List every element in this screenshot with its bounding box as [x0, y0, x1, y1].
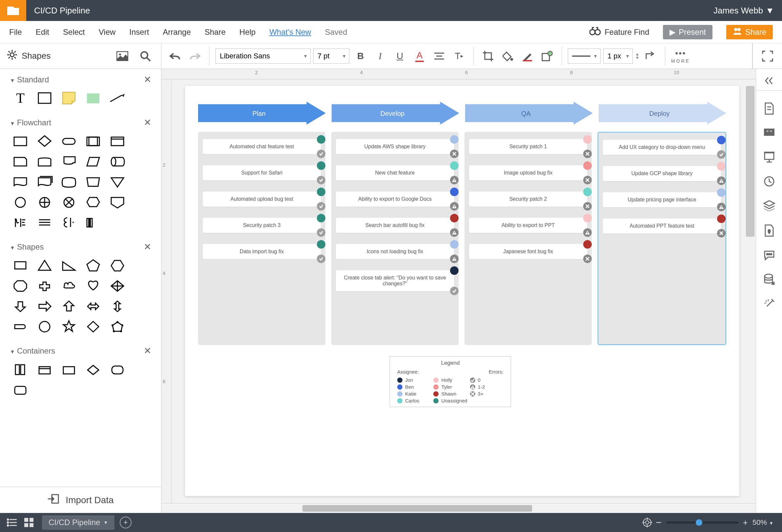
basic-shape[interactable]: [34, 277, 55, 294]
line-style-select[interactable]: [568, 48, 601, 64]
close-icon[interactable]: ✕: [144, 345, 151, 356]
basic-shape[interactable]: [59, 277, 79, 294]
menu-help[interactable]: Help: [240, 28, 255, 37]
flowchart-shape[interactable]: [34, 173, 55, 190]
image-icon[interactable]: [114, 47, 131, 65]
flowchart-shape[interactable]: [83, 173, 104, 190]
kanban-column[interactable]: Automated chat feature test Support for …: [198, 132, 325, 345]
chevron-down-icon[interactable]: ▼: [10, 121, 15, 126]
line-width-select[interactable]: 1 px: [603, 48, 633, 64]
basic-shape[interactable]: [34, 297, 55, 315]
bold-button[interactable]: B: [352, 47, 369, 65]
line-tool[interactable]: [107, 90, 128, 107]
basic-shape[interactable]: [34, 257, 55, 274]
line-routing-button[interactable]: [642, 47, 659, 65]
font-select[interactable]: Liberation Sans: [215, 48, 311, 64]
add-page-button[interactable]: +: [120, 517, 132, 528]
kanban-card[interactable]: Update GCP shape library: [603, 166, 721, 181]
kanban-card[interactable]: Security patch 2: [469, 191, 587, 207]
flowchart-shape[interactable]: [107, 193, 128, 211]
flowchart-shape[interactable]: [34, 153, 55, 170]
fullscreen-button[interactable]: [752, 43, 782, 69]
crop-button[interactable]: [479, 47, 497, 65]
flowchart-shape[interactable]: [59, 173, 79, 190]
basic-shape[interactable]: [59, 257, 79, 274]
stage-arrow[interactable]: Plan: [198, 102, 326, 125]
align-button[interactable]: [431, 47, 448, 65]
basic-shape[interactable]: [107, 297, 128, 315]
kanban-card[interactable]: Search bar autofill bug fix: [336, 218, 454, 233]
menu-select[interactable]: Select: [63, 28, 85, 37]
zoom-out-button[interactable]: −: [656, 517, 662, 528]
share-button[interactable]: Share: [726, 25, 773, 39]
target-icon[interactable]: [639, 514, 656, 531]
kanban-card[interactable]: Data import bug fix: [203, 244, 321, 259]
document-icon[interactable]: [764, 102, 775, 116]
layers-icon[interactable]: [763, 200, 775, 213]
flowchart-shape[interactable]: [59, 153, 79, 170]
flowchart-shape[interactable]: [83, 153, 104, 170]
page-tab[interactable]: CI/CD Pipeline▼: [42, 515, 114, 530]
container-shape[interactable]: [83, 361, 104, 378]
section-standard-label[interactable]: Standard: [17, 75, 49, 84]
flowchart-shape[interactable]: [107, 153, 128, 170]
vertical-scrollbar[interactable]: [746, 86, 754, 237]
menu-insert[interactable]: Insert: [129, 28, 149, 37]
shape-style-button[interactable]: [539, 47, 556, 65]
kanban-card[interactable]: Add UX category to drop-down menu: [603, 140, 721, 155]
underline-button[interactable]: U: [391, 47, 408, 65]
kanban-card[interactable]: New chat feature: [336, 165, 454, 180]
menu-view[interactable]: View: [99, 28, 116, 37]
basic-shape[interactable]: [83, 297, 104, 315]
flowchart-shape[interactable]: [10, 193, 31, 211]
import-data-button[interactable]: Import Data: [0, 487, 161, 513]
horizontal-scrollbar[interactable]: [162, 503, 756, 513]
close-icon[interactable]: ✕: [144, 241, 151, 252]
magic-icon[interactable]: [763, 298, 775, 311]
container-shape[interactable]: [34, 361, 55, 378]
flowchart-shape[interactable]: [34, 193, 55, 211]
container-shape[interactable]: [107, 361, 128, 378]
logo[interactable]: [0, 0, 26, 21]
flowchart-shape[interactable]: [34, 133, 55, 149]
flowchart-shape[interactable]: [10, 133, 31, 149]
more-button[interactable]: •••MORE: [671, 48, 690, 64]
canvas[interactable]: Plan Develop QA Deploy Automated chat fe…: [172, 79, 756, 503]
basic-shape[interactable]: [10, 257, 31, 274]
flowchart-shape[interactable]: [83, 214, 104, 231]
flowchart-shape[interactable]: [10, 214, 31, 231]
data-icon[interactable]: [763, 274, 775, 287]
flowchart-shape[interactable]: [83, 193, 104, 211]
kanban-card[interactable]: Image upload bug fix: [469, 165, 587, 180]
rect-tool[interactable]: [34, 90, 55, 107]
kanban-column[interactable]: Update AWS shape library New chat featur…: [331, 132, 459, 345]
present-button[interactable]: ▶Present: [663, 25, 712, 39]
section-containers-label[interactable]: Containers: [17, 346, 55, 355]
stage-arrow[interactable]: Deploy: [599, 102, 726, 125]
chevron-down-icon[interactable]: ▼: [10, 245, 15, 251]
undo-button[interactable]: [167, 47, 184, 65]
text-tool[interactable]: T: [10, 90, 31, 107]
flowchart-shape[interactable]: [10, 153, 31, 170]
kanban-card[interactable]: Japanese font bug fix: [469, 244, 587, 259]
basic-shape[interactable]: [83, 257, 104, 274]
basic-shape[interactable]: [107, 257, 128, 274]
text-size-button[interactable]: T▸: [450, 47, 467, 65]
feature-find[interactable]: Feature Find: [590, 27, 649, 37]
kanban-card[interactable]: Update AWS shape library: [336, 139, 454, 154]
basic-shape[interactable]: [10, 318, 31, 335]
italic-button[interactable]: I: [371, 47, 389, 65]
container-shape[interactable]: [10, 361, 31, 378]
gear-icon[interactable]: [7, 50, 17, 62]
flowchart-shape[interactable]: [107, 133, 128, 149]
flowchart-shape[interactable]: [34, 214, 55, 231]
zoom-in-button[interactable]: +: [743, 518, 748, 528]
search-icon[interactable]: [137, 47, 154, 65]
grid-view-icon[interactable]: [20, 514, 37, 531]
menu-arrange[interactable]: Arrange: [163, 28, 190, 37]
present-pane-icon[interactable]: [763, 151, 775, 164]
comment-pane-icon[interactable]: " ": [763, 128, 775, 139]
kanban-card[interactable]: Automated upload bug test: [203, 191, 321, 207]
menu-edit[interactable]: Edit: [36, 28, 49, 37]
redo-button[interactable]: [186, 47, 203, 65]
